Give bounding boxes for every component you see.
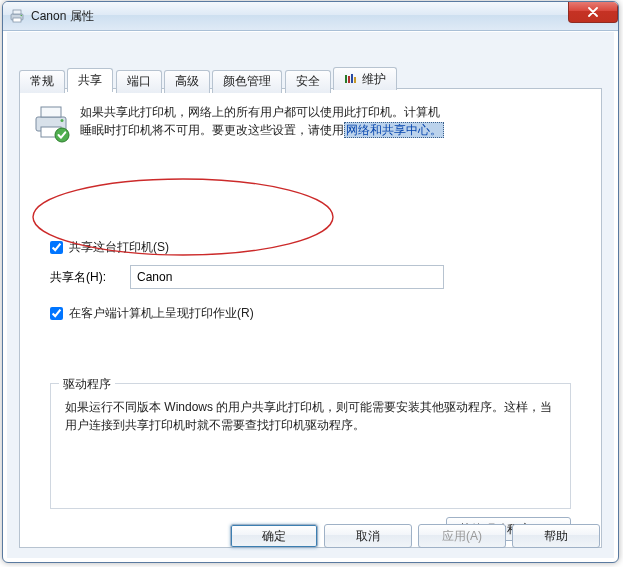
render-jobs-row: 在客户端计算机上呈现打印作业(R) [50,305,254,322]
render-jobs-checkbox[interactable] [50,307,63,320]
apply-button[interactable]: 应用(A) [418,524,506,548]
printer-large-icon [32,103,72,146]
tab-strip: 常规 共享 端口 高级 颜色管理 安全 维护 [19,66,602,88]
svg-rect-9 [41,107,61,117]
printer-icon [9,8,25,24]
share-name-row: 共享名(H): [50,265,444,289]
svg-rect-4 [345,75,347,83]
tab-color-management[interactable]: 颜色管理 [212,70,282,93]
tab-security[interactable]: 安全 [285,70,331,93]
dialog-buttons: 确定 取消 应用(A) 帮助 [230,524,600,548]
svg-rect-2 [13,18,21,22]
share-printer-row: 共享这台打印机(S) [50,239,169,256]
client-area: 常规 共享 端口 高级 颜色管理 安全 维护 [7,32,614,558]
drivers-groupbox: 驱动程序 如果运行不同版本 Windows 的用户共享此打印机，则可能需要安装其… [50,383,571,509]
drivers-legend: 驱动程序 [59,376,115,393]
svg-rect-7 [354,77,356,83]
sharing-intro-text: 如果共享此打印机，网络上的所有用户都可以使用此打印机。计算机 睡眠时打印机将不可… [80,103,444,146]
tab-maintenance[interactable]: 维护 [333,67,397,90]
tab-general[interactable]: 常规 [19,70,65,93]
render-jobs-label: 在客户端计算机上呈现打印作业(R) [69,305,254,322]
svg-rect-1 [13,10,21,14]
sharing-intro: 如果共享此打印机，网络上的所有用户都可以使用此打印机。计算机 睡眠时打印机将不可… [32,103,589,146]
window-title: Canon 属性 [31,8,94,25]
svg-rect-6 [351,74,353,83]
properties-dialog: Canon 属性 常规 共享 端口 高级 颜色管理 安全 [2,1,619,563]
share-name-label: 共享名(H): [50,269,130,286]
maintenance-icon [344,73,358,85]
share-printer-label: 共享这台打印机(S) [69,239,169,256]
ok-button[interactable]: 确定 [230,524,318,548]
tab-sharing[interactable]: 共享 [67,68,113,92]
close-icon [587,7,599,17]
svg-rect-5 [348,76,350,83]
drivers-description: 如果运行不同版本 Windows 的用户共享此打印机，则可能需要安装其他驱动程序… [65,398,556,434]
network-sharing-center-link[interactable]: 网络和共享中心。 [344,122,444,138]
close-button[interactable] [568,2,618,23]
share-printer-checkbox[interactable] [50,241,63,254]
svg-point-11 [61,119,64,122]
titlebar: Canon 属性 [3,2,618,31]
help-button[interactable]: 帮助 [512,524,600,548]
share-name-input[interactable] [130,265,444,289]
cancel-button[interactable]: 取消 [324,524,412,548]
tab-ports[interactable]: 端口 [116,70,162,93]
svg-point-3 [21,15,23,17]
tab-page-sharing: 如果共享此打印机，网络上的所有用户都可以使用此打印机。计算机 睡眠时打印机将不可… [19,88,602,548]
tab-advanced[interactable]: 高级 [164,70,210,93]
